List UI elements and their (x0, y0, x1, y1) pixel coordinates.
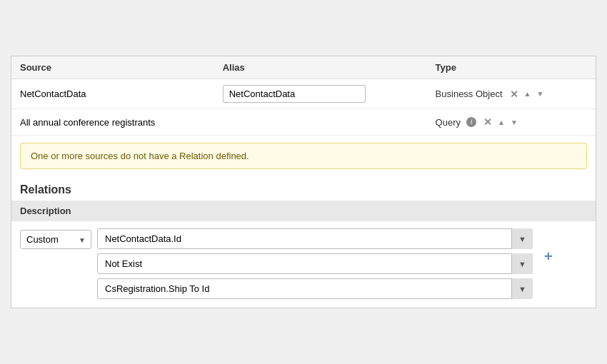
remove-row-1-button[interactable]: ✕ (508, 87, 520, 101)
relation-type-wrapper: Custom Standard ▼ (20, 230, 91, 249)
type-label-2: Query (436, 117, 461, 128)
field1-select[interactable]: NetContactData.Id (97, 228, 533, 249)
remove-row-2-button[interactable]: ✕ (482, 115, 493, 129)
move-down-row-2-button[interactable]: ▼ (509, 117, 519, 128)
field3-select[interactable]: CsRegistration.Ship To Id (97, 278, 533, 299)
field2-select[interactable]: Not Exist Equals Not Equals Greater Than… (97, 253, 533, 274)
sources-table: Source Alias Type NetContactData Busines… (11, 56, 596, 136)
type-label-1: Business Object (436, 89, 503, 99)
warning-message: One or more sources do not have a Relati… (31, 151, 249, 161)
type-column-header: Type (427, 56, 596, 79)
alias-column-header: Alias (214, 56, 427, 79)
source-name-1: NetContactData (20, 89, 86, 99)
source-column-header: Source (11, 56, 214, 79)
relations-title: Relations (20, 176, 587, 201)
info-icon-2[interactable]: i (466, 117, 476, 127)
field2-wrapper: Not Exist Equals Not Equals Greater Than… (97, 253, 533, 274)
relation-type-select[interactable]: Custom Standard (20, 230, 91, 249)
source-name-2: All annual conference registrants (20, 117, 155, 128)
move-up-row-1-button[interactable]: ▲ (523, 89, 533, 99)
move-down-row-1-button[interactable]: ▼ (535, 89, 545, 99)
row-actions-1: ✕ ▲ ▼ (508, 87, 546, 101)
warning-box: One or more sources do not have a Relati… (20, 143, 587, 169)
field3-wrapper: CsRegistration.Ship To Id ▼ (97, 278, 533, 299)
alias-input-1[interactable] (223, 85, 366, 103)
relations-section: Relations Description Custom Standard ▼ … (11, 176, 596, 308)
table-row: All annual conference registrants Query … (11, 109, 596, 136)
relation-fields-col: NetContactData.Id ▼ Not Exist Equals Not… (97, 228, 533, 299)
add-relation-button[interactable]: + (538, 248, 558, 265)
move-up-row-2-button[interactable]: ▲ (496, 117, 506, 128)
description-bar: Description (11, 201, 596, 221)
table-row: NetContactData Business Object ✕ ▲ ▼ (11, 79, 596, 109)
row-actions-2: ✕ ▲ ▼ (482, 115, 519, 129)
field1-wrapper: NetContactData.Id ▼ (97, 228, 533, 249)
